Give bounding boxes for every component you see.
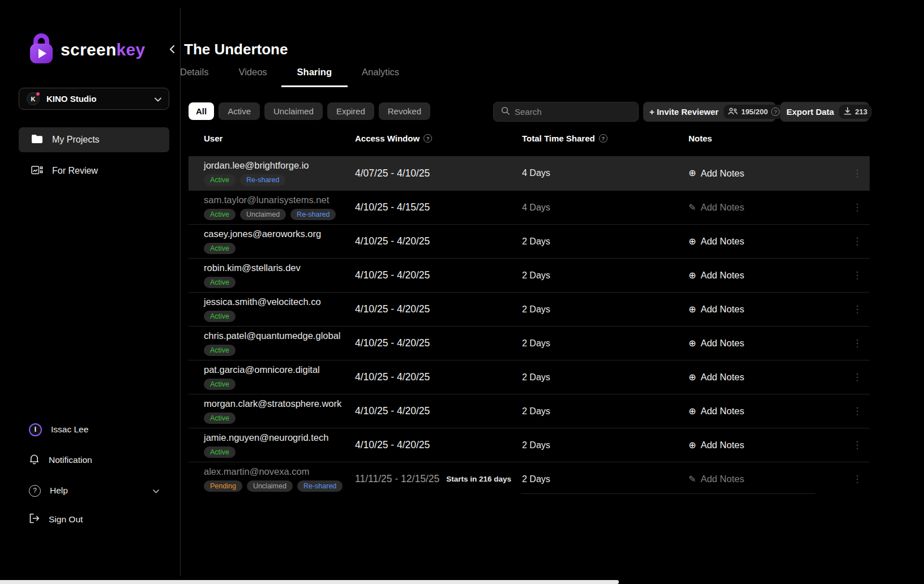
total-time: 2 Days: [522, 270, 688, 281]
user-cell: morgan.clark@stratosphere.work Active: [189, 398, 355, 424]
add-notes-button[interactable]: ⊕ Add Notes: [688, 168, 744, 179]
badge-list: PendingUnclaimedRe-shared: [204, 480, 355, 492]
badge-list: Active: [204, 345, 355, 357]
add-notes-button[interactable]: ⊕ Add Notes: [688, 338, 744, 349]
table-row[interactable]: casey.jones@aeroworks.org Active 4/10/25…: [189, 224, 870, 258]
kebab-menu-icon: ⋮: [853, 338, 862, 349]
notes-icon: ⊕: [688, 441, 696, 450]
notes-icon: ⊕: [688, 305, 696, 314]
row-menu-button[interactable]: ⋮: [845, 405, 870, 417]
add-notes-button[interactable]: ✎ Add Notes: [688, 202, 744, 213]
sharing-table: User Access Window? Total Time Shared? N…: [189, 134, 870, 496]
notes-cell: ⊕ Add Notes: [688, 168, 845, 179]
table-row[interactable]: jordan.lee@brightforge.io ActiveRe-share…: [189, 156, 870, 190]
access-window-cell: 4/10/25 - 4/20/25: [355, 439, 522, 451]
row-menu-button[interactable]: ⋮: [845, 337, 870, 349]
row-menu-button[interactable]: ⋮: [845, 201, 870, 213]
filter-active[interactable]: Active: [219, 102, 260, 120]
question-circle-icon[interactable]: ?: [424, 134, 432, 143]
row-menu-button[interactable]: ⋮: [845, 303, 870, 315]
status-filter-group: All Active Unclaimed Expired Revoked: [189, 102, 430, 120]
status-badge: Active: [204, 379, 236, 390]
horizontal-scrollbar[interactable]: [0, 580, 619, 584]
add-notes-button[interactable]: ⊕ Add Notes: [688, 372, 744, 383]
notes-icon: ⊕: [688, 407, 696, 416]
notes-label: Add Notes: [700, 338, 744, 349]
table-row[interactable]: sam.taylor@lunarisystems.net ActiveUncla…: [189, 190, 870, 224]
table-row[interactable]: pat.garcia@omnicore.digital Active 4/10/…: [189, 360, 870, 394]
user-email: alex.martin@novexa.com: [204, 466, 355, 477]
question-circle-icon[interactable]: ?: [599, 134, 608, 143]
add-notes-button[interactable]: ⊕ Add Notes: [688, 236, 744, 247]
status-badge: Active: [204, 243, 236, 255]
invite-reviewer-button[interactable]: + Invite Reviewer 195/200 ?: [643, 102, 776, 122]
notes-label: Add Notes: [700, 168, 744, 179]
search-input[interactable]: [515, 107, 631, 117]
filter-revoked[interactable]: Revoked: [379, 102, 430, 120]
sidebar-item-for-review[interactable]: For Review: [19, 160, 169, 182]
notes-icon: ⊕: [688, 169, 696, 178]
kebab-menu-icon: ⋮: [853, 270, 862, 281]
status-badge: Active: [204, 174, 236, 186]
row-menu-button[interactable]: ⋮: [845, 168, 870, 179]
status-badge: Active: [204, 446, 236, 458]
row-menu-button[interactable]: ⋮: [845, 439, 870, 451]
kebab-menu-icon: ⋮: [853, 236, 862, 247]
sidebar-item-my-projects[interactable]: My Projects: [19, 127, 169, 152]
user-profile-item[interactable]: I Issac Lee: [19, 419, 169, 440]
status-badge: Active: [204, 345, 236, 357]
page-title: The Undertone: [184, 41, 288, 58]
total-time: 2 Days: [522, 440, 688, 450]
add-notes-button[interactable]: ⊕ Add Notes: [688, 406, 744, 416]
total-time: 2 Days: [522, 338, 688, 349]
sign-out-item[interactable]: Sign Out: [19, 509, 169, 530]
add-notes-button[interactable]: ⊕ Add Notes: [688, 270, 744, 281]
notes-label: Add Notes: [700, 440, 744, 450]
tab-sharing[interactable]: Sharing: [297, 64, 332, 87]
table-row[interactable]: jessica.smith@velocitech.co Active 4/10/…: [189, 292, 870, 326]
notification-item[interactable]: Notification: [19, 449, 169, 471]
tab-details[interactable]: Details: [180, 64, 208, 87]
filter-unclaimed[interactable]: Unclaimed: [264, 102, 323, 120]
notes-cell: ✎ Add Notes: [688, 202, 845, 213]
workspace-name: KINO Studio: [46, 94, 96, 104]
table-row[interactable]: chris.patel@quantumedge.global Active 4/…: [189, 326, 870, 360]
table-header: User Access Window? Total Time Shared? N…: [189, 134, 870, 156]
row-menu-button[interactable]: ⋮: [845, 269, 870, 281]
kebab-menu-icon: ⋮: [853, 304, 862, 315]
user-email: jamie.nguyen@neurogrid.tech: [204, 432, 355, 443]
filter-all[interactable]: All: [189, 102, 214, 120]
row-menu-button[interactable]: ⋮: [845, 473, 870, 485]
reviewer-quota-badge: 195/200 ?: [724, 105, 784, 119]
help-item[interactable]: ? Help: [19, 480, 169, 501]
sidebar-collapse-button[interactable]: [166, 43, 178, 57]
sidebar-item-label: My Projects: [52, 135, 100, 145]
user-cell: robin.kim@stellaris.dev Active: [189, 263, 355, 289]
notes-icon: ✎: [688, 203, 696, 212]
filter-expired[interactable]: Expired: [327, 102, 374, 120]
add-notes-button[interactable]: ⊕ Add Notes: [688, 304, 744, 315]
user-email: jessica.smith@velocitech.co: [204, 297, 355, 307]
column-header-access-window: Access Window?: [355, 134, 522, 143]
add-notes-button[interactable]: ⊕ Add Notes: [688, 440, 744, 450]
table-row[interactable]: alex.martin@novexa.com PendingUnclaimedR…: [189, 462, 870, 496]
row-menu-button[interactable]: ⋮: [845, 235, 870, 247]
status-badge: Active: [204, 209, 236, 221]
table-row[interactable]: robin.kim@stellaris.dev Active 4/10/25 -…: [189, 258, 870, 292]
kebab-menu-icon: ⋮: [853, 474, 862, 484]
folder-icon: [31, 134, 43, 146]
badge-list: ActiveUnclaimedRe-shared: [204, 209, 355, 221]
export-count-badge: 213: [839, 105, 872, 119]
tab-analytics[interactable]: Analytics: [362, 64, 399, 87]
row-menu-button[interactable]: ⋮: [845, 371, 870, 383]
workspace-selector[interactable]: K KINO Studio: [19, 88, 169, 110]
export-data-button[interactable]: Export Data 213: [780, 102, 869, 122]
table-row[interactable]: jamie.nguyen@neurogrid.tech Active 4/10/…: [189, 428, 870, 462]
badge-list: Active: [204, 413, 355, 424]
export-count: 213: [855, 108, 867, 116]
tab-videos[interactable]: Videos: [238, 64, 267, 87]
access-window: 11/11/25 - 12/15/25: [355, 473, 439, 485]
table-row[interactable]: morgan.clark@stratosphere.work Active 4/…: [189, 394, 870, 428]
status-badge: Active: [204, 311, 236, 323]
add-notes-button[interactable]: ✎ Add Notes: [688, 474, 744, 484]
